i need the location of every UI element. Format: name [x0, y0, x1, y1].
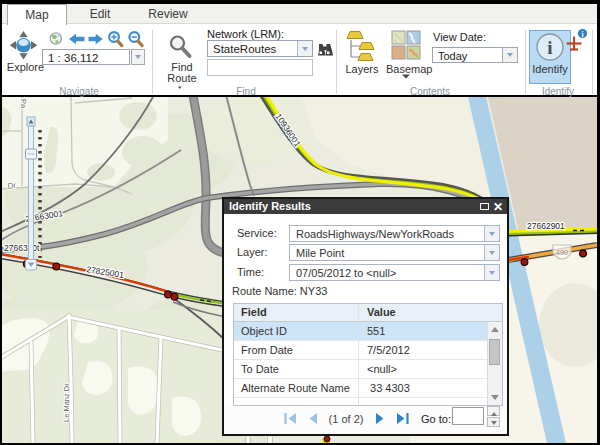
svg-text:Le Manz Dr: Le Manz Dr	[62, 383, 71, 422]
svg-text:490: 490	[556, 248, 569, 257]
svg-text:27662901: 27662901	[527, 221, 565, 231]
svg-text:Pa: Pa	[19, 99, 28, 109]
svg-text:Go to:: Go to:	[421, 413, 451, 425]
svg-text:2766310t: 2766310t	[4, 243, 40, 253]
svg-text:(1 of 2): (1 of 2)	[329, 413, 364, 425]
svg-text:Dr: Dr	[7, 181, 17, 191]
svg-text:i: i	[581, 30, 583, 39]
